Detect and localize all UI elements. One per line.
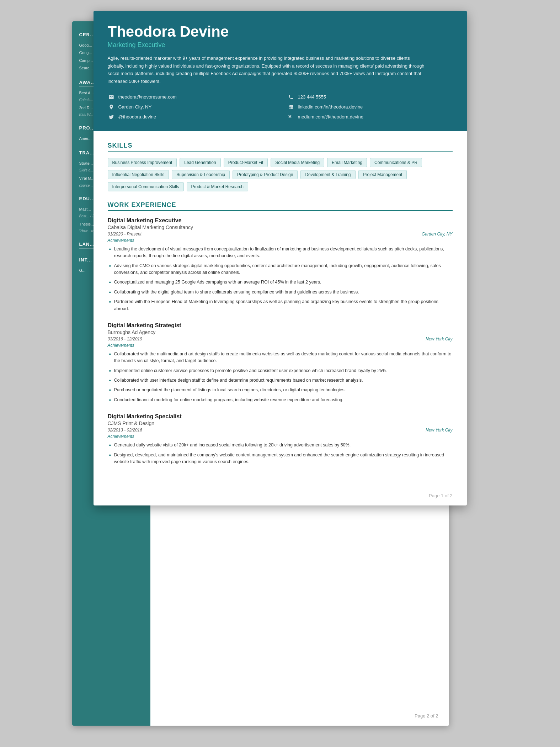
achievement-item: Conceptualized and managing 25 Google Ad… [108,279,453,286]
job-location: New York City [426,337,452,341]
email-icon [108,94,115,101]
resume-summary: Agile, results-oriented marketer with 9+… [108,54,428,85]
job-block: Digital Marketing SpecialistCJMS Print &… [108,413,453,465]
twitter-icon [108,113,115,121]
job-title: Digital Marketing Strategist [108,322,453,329]
job-title: Digital Marketing Specialist [108,413,453,420]
contact-twitter: @theodora.devine [108,113,273,121]
achievement-item: Collaborated with user interface design … [108,377,453,384]
candidate-title: Marketing Executive [108,41,453,49]
achievement-item: Designed, developed, and maintained the … [108,452,453,466]
job-title: Digital Marketing Executive [108,217,453,224]
achievements-list: Leading the development of visual messag… [108,246,453,312]
skills-section-title: SKILLS [108,142,453,152]
skill-tag: Project Management [358,170,407,179]
resume-header: Theodora Devine Marketing Executive Agil… [94,11,467,131]
work-section-title: WORK EXPERIENCE [108,201,453,211]
achievement-item: Leading the development of visual messag… [108,246,453,260]
skill-tag: Lead Generation [180,158,220,167]
page-stack: CER... Goog... Goog... Camp... Searc... … [94,11,467,505]
twitter-value: @theodora.devine [118,114,156,120]
achievement-item: Purchased or negotiated the placement of… [108,387,453,393]
job-meta: 02/2013 - 02/2016New York City [108,428,453,433]
jobs-container: Digital Marketing ExecutiveCabalsa Digit… [108,217,453,465]
job-company: Burroughs Ad Agency [108,329,453,335]
skill-tag: Product-Market Fit [224,158,268,167]
job-company: CJMS Print & Design [108,420,453,426]
contact-location: Garden City, NY [108,104,273,111]
job-meta: 03/2016 - 12/2019New York City [108,337,453,341]
achievements-list: Generated daily website visits of 20k+ a… [108,442,453,465]
phone-value: 123 444 5555 [298,94,326,100]
location-value: Garden City, NY [118,104,152,110]
skill-tag: Product & Market Research [187,182,248,191]
skills-tags-container: Business Process ImprovementLead Generat… [108,158,453,191]
job-block: Digital Marketing ExecutiveCabalsa Digit… [108,217,453,312]
skills-section: SKILLS Business Process ImprovementLead … [108,142,453,191]
skill-tag: Prototyping & Product Design [233,170,298,179]
page-2-footer: Page 2 of 2 [415,713,438,719]
job-dates: 01/2020 - Present [108,232,142,237]
achievements-label: Achievements [108,343,453,348]
candidate-name: Theodora Devine [108,23,453,40]
achievements-list: Collaborated with the multimedia and art… [108,351,453,403]
linkedin-icon [287,104,294,111]
skill-tag: Email Marketing [327,158,367,167]
job-dates: 03/2016 - 12/2019 [108,337,142,341]
medium-icon [287,113,294,121]
contact-medium: medium.com/@theodora.devine [287,113,453,121]
contact-linkedin: linkedin.com/in/theodora.devine [287,104,453,111]
email-value: theodora@novoresume.com [118,94,177,100]
page-1-footer: Page 1 of 2 [94,486,467,505]
achievements-label: Achievements [108,434,453,439]
contact-email: theodora@novoresume.com [108,94,273,101]
skill-tag: Development & Training [300,170,355,179]
contact-grid: theodora@novoresume.com 123 444 5555 Gar… [108,94,453,121]
skill-tag: Influential Negotiation Skills [108,170,169,179]
skill-tag: Interpersonal Communication Skills [108,182,184,191]
resume-body: SKILLS Business Process ImprovementLead … [94,131,467,486]
skill-tag: Business Process Improvement [108,158,177,167]
achievement-item: Partnered with the European Head of Mark… [108,298,453,312]
medium-value: medium.com/@theodora.devine [298,114,363,120]
achievements-label: Achievements [108,238,453,243]
achievement-item: Collaborated with the multimedia and art… [108,351,453,365]
skill-tag: Social Media Marketing [271,158,324,167]
achievement-item: Collaborating with the digital global te… [108,289,453,296]
achievement-item: Implemented online customer service proc… [108,367,453,374]
achievement-item: Advising the CMO on various strategic di… [108,263,453,276]
page-1-main: Theodora Devine Marketing Executive Agil… [94,11,467,505]
linkedin-value: linkedin.com/in/theodora.devine [298,104,363,110]
skill-tag: Communications & PR [370,158,422,167]
skill-tag: Supervision & Leadership [172,170,230,179]
job-company: Cabalsa Digital Marketing Consultancy [108,224,453,230]
job-location: New York City [426,428,452,433]
job-dates: 02/2013 - 02/2016 [108,428,142,433]
location-icon [108,104,115,111]
job-meta: 01/2020 - PresentGarden City, NY [108,232,453,237]
phone-icon [287,94,294,101]
work-experience-section: WORK EXPERIENCE Digital Marketing Execut… [108,201,453,465]
job-block: Digital Marketing StrategistBurroughs Ad… [108,322,453,403]
achievement-item: Generated daily website visits of 20k+ a… [108,442,453,449]
achievement-item: Conducted financial modeling for online … [108,397,453,403]
job-location: Garden City, NY [422,232,452,237]
contact-phone: 123 444 5555 [287,94,453,101]
